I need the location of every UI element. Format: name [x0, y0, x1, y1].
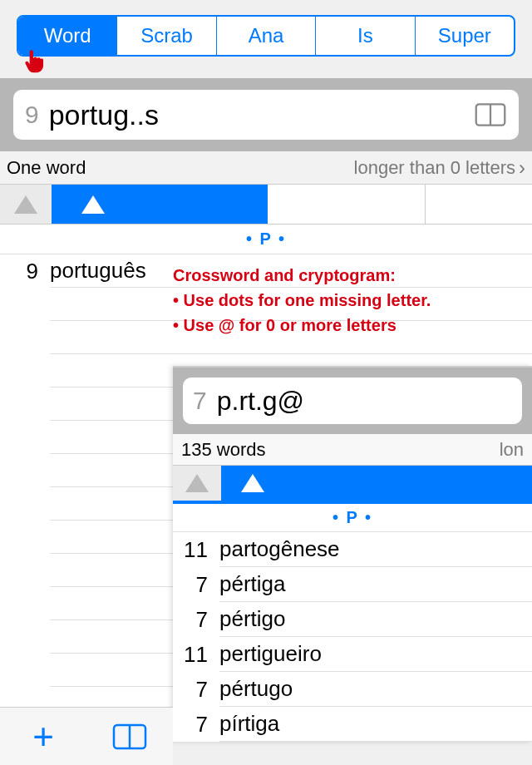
search-field[interactable]: 9	[13, 90, 519, 140]
overlay-filter-left: 135 words	[181, 439, 266, 461]
overlay-result-row[interactable]: 11pertigueiro	[173, 637, 532, 672]
overlay-search-input[interactable]	[217, 386, 532, 417]
sort-asc-blue[interactable]	[52, 185, 268, 224]
overlay-result-row[interactable]: 7pértiga	[173, 567, 532, 602]
overlay-length-hint: 7	[193, 387, 207, 415]
overlay-result-row[interactable]: 7pértigo	[173, 602, 532, 637]
tab-scrab[interactable]: Scrab	[117, 17, 216, 55]
overlay-sort-blue[interactable]	[221, 466, 532, 501]
sort-col-3[interactable]	[268, 185, 426, 224]
overlay-filter-right: lon	[500, 439, 524, 461]
filter-bar[interactable]: One word longer than 0 letters›	[0, 151, 532, 185]
overlay-filter-bar[interactable]: 135 words lon	[173, 434, 532, 466]
dictionary-button[interactable]	[86, 721, 173, 753]
dictionary-icon[interactable]	[474, 100, 507, 130]
book-icon	[111, 721, 148, 753]
overlay-result-row[interactable]: 11partogênese	[173, 532, 532, 567]
overlay-sort-gray[interactable]	[173, 466, 221, 501]
pointer-annotation-icon	[23, 48, 45, 76]
sort-asc-gray[interactable]	[0, 185, 52, 224]
tab-is[interactable]: Is	[316, 17, 415, 55]
overlay-search-field[interactable]: 7	[183, 378, 522, 424]
sort-col-4[interactable]	[426, 185, 532, 224]
overlay-example-panel: 7 135 words lon • P • 11partogênese 7pér…	[173, 366, 532, 742]
overlay-sort-bar	[173, 466, 532, 504]
filter-left: One word	[7, 157, 86, 179]
help-annotation: Crossword and cryptogram: • Use dots for…	[173, 263, 431, 338]
overlay-result-row[interactable]: 7pértugo	[173, 672, 532, 707]
tab-super[interactable]: Super	[416, 17, 514, 55]
length-hint: 9	[25, 101, 39, 129]
overlay-results-list: 11partogênese 7pértiga 7pértigo 11pertig…	[173, 532, 532, 742]
overlay-section-header: • P •	[173, 504, 532, 532]
section-header-p: • P •	[0, 225, 532, 254]
add-button[interactable]: +	[0, 716, 86, 758]
mode-tabs: Word Scrab Ana Is Super	[17, 15, 515, 57]
result-length: 9	[0, 259, 50, 284]
plus-icon: +	[32, 716, 54, 758]
search-input[interactable]	[49, 99, 474, 131]
filter-right[interactable]: longer than 0 letters›	[354, 156, 525, 180]
bottom-toolbar: +	[0, 707, 173, 765]
overlay-result-row[interactable]: 7pírtiga	[173, 707, 532, 742]
tab-ana[interactable]: Ana	[217, 17, 316, 55]
overlay-search-bar: 7	[173, 368, 532, 434]
chevron-right-icon: ›	[519, 156, 525, 180]
sort-bar	[0, 185, 532, 225]
search-bar: 9	[0, 78, 532, 151]
